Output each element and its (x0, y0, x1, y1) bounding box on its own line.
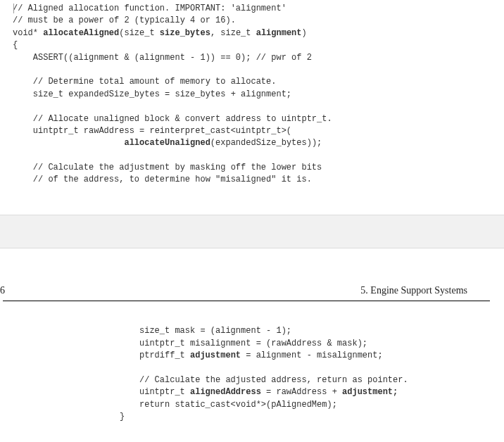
signature-part: void* (13, 28, 43, 38)
brace-open: { (13, 40, 18, 50)
code-pre: size_t mask = (alignment - 1); uintptr_t… (139, 325, 504, 411)
brace-close: } (120, 411, 504, 423)
code-line: uintptr_t rawAddress = reinterpret_cast<… (13, 126, 291, 136)
comment-line: // Allocate unaligned block & convert ad… (13, 114, 332, 124)
signature-part: (size_t (119, 28, 160, 38)
comment-line: // of the address, to determine how "mis… (13, 175, 312, 184)
code-line-part: uintptr_t (139, 387, 190, 397)
comment-line: // Determine total amount of memory to a… (13, 77, 276, 87)
page-gap (0, 215, 504, 248)
page-header: 6 5. Engine Support Systems (3, 284, 490, 301)
param-name: alignment (256, 28, 302, 38)
book-page-1: // Aligned allocation function. IMPORTAN… (0, 0, 504, 215)
text-cursor (13, 4, 14, 13)
code-line-rest: (expandedSize_bytes)); (210, 138, 322, 148)
comment-line: // must be a power of 2 (typically 4 or … (13, 15, 236, 25)
code-line: size_t expandedSize_bytes = size_bytes +… (13, 89, 291, 99)
param-name: size_bytes (160, 28, 210, 38)
code-line-part: = rawAddress + (261, 387, 342, 397)
var-name: adjustment (190, 351, 241, 360)
code-line: uintptr_t misalignment = (rawAddress & m… (139, 339, 367, 348)
code-line: return static_cast<void*>(pAlignedMem); (139, 400, 337, 410)
func-call: allocateUnaligned (124, 138, 210, 148)
var-name: adjustment; (342, 387, 398, 397)
code-line-indent (13, 138, 124, 148)
comment-line: // Calculate the adjusted address, retur… (139, 375, 408, 385)
code-line-part: = alignment - misalignment; (241, 351, 383, 360)
code-line: size_t mask = (alignment - 1); (139, 326, 291, 336)
signature-part: , size_t (210, 28, 256, 38)
code-line-part: ptrdiff_t (139, 351, 190, 360)
code-block-top: // Aligned allocation function. IMPORTAN… (13, 3, 504, 187)
comment-line: // Calculate the adjustment by masking o… (13, 163, 322, 172)
var-name: alignedAddress (190, 387, 261, 397)
comment-line: / Aligned allocation function. IMPORTANT… (18, 4, 286, 13)
page-number: 6 (0, 284, 5, 298)
signature-part: ) (302, 28, 307, 38)
book-page-2: 6 5. Engine Support Systems size_t mask … (0, 248, 504, 437)
code-line: ASSERT((alignment & (alignment - 1)) == … (13, 53, 312, 63)
chapter-title: 5. Engine Support Systems (360, 284, 467, 298)
func-name: allocateAligned (43, 28, 119, 38)
code-block-bottom: size_t mask = (alignment - 1); uintptr_t… (0, 325, 504, 423)
